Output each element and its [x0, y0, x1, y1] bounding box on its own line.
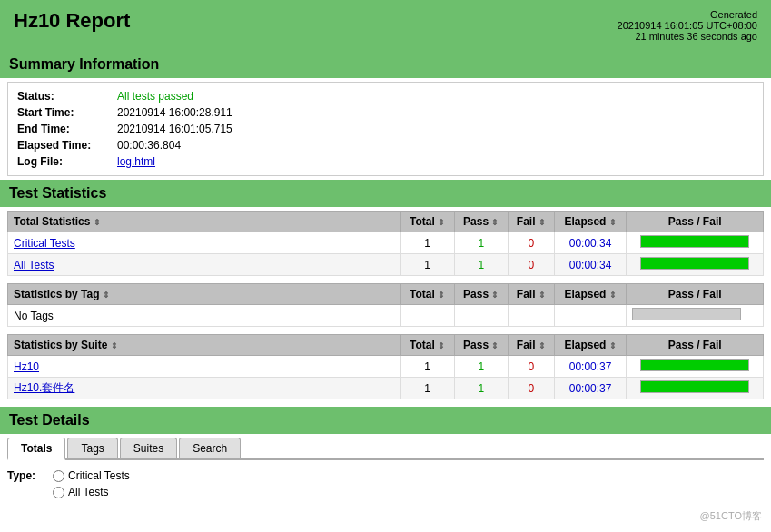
- summary-label-end: End Time:: [17, 123, 117, 135]
- total-stats-table: Total Statistics ⇕ Total ⇕ Pass ⇕ Fail ⇕…: [7, 211, 764, 276]
- col-total[interactable]: Total ⇕: [400, 212, 454, 232]
- summary-label-status: Status:: [17, 90, 117, 103]
- tab-search[interactable]: Search: [179, 438, 241, 458]
- by-suite-header-row: Statistics by Suite ⇕ Total ⇕ Pass ⇕ Fai…: [8, 335, 764, 356]
- radio-critical-tests[interactable]: Critical Tests: [53, 469, 130, 482]
- col-suite-total[interactable]: Total ⇕: [400, 335, 454, 356]
- by-suite-stats-table: Statistics by Suite ⇕ Total ⇕ Pass ⇕ Fai…: [7, 334, 764, 399]
- table-row: Critical Tests 1 1 0 00:00:34: [8, 232, 764, 254]
- tab-totals[interactable]: Totals: [7, 438, 65, 460]
- col-tag-total[interactable]: Total ⇕: [400, 284, 454, 305]
- by-tag-stats-table: Statistics by Tag ⇕ Total ⇕ Pass ⇕ Fail …: [7, 283, 764, 327]
- no-tags-total: [400, 305, 454, 327]
- all-total: 1: [400, 254, 454, 276]
- total-stats-header-row: Total Statistics ⇕ Total ⇕ Pass ⇕ Fail ⇕…: [8, 212, 764, 232]
- hz10-sub-bar-cell: [627, 378, 764, 399]
- table-row: Hz10 1 1 0 00:00:37: [8, 356, 764, 378]
- radio-critical-label: Critical Tests: [68, 469, 130, 482]
- summary-row-log: Log File: log.html: [17, 153, 754, 170]
- hz10-fail: 0: [508, 356, 554, 378]
- no-tags-fail: [508, 305, 554, 327]
- sort-arrow-suite-pass: ⇕: [491, 341, 499, 350]
- summary-value-status: All tests passed: [117, 90, 193, 103]
- critical-bar-cell: [627, 232, 764, 254]
- summary-value-end: 20210914 16:01:05.715: [117, 123, 232, 135]
- critical-pass-fill: [641, 236, 748, 247]
- test-details-content: Type: Critical Tests All Tests: [7, 466, 764, 502]
- hz10-elapsed: 00:00:37: [554, 356, 627, 378]
- hz10-sub-pass: 1: [454, 378, 508, 399]
- hz10-sub-pass-fail-bar: [640, 380, 749, 393]
- sort-arrow-tag-pass: ⇕: [491, 291, 499, 300]
- hz10-sub-total: 1: [400, 378, 454, 399]
- radio-all-input[interactable]: [53, 487, 64, 498]
- hz10-total: 1: [400, 356, 454, 378]
- col-by-tag[interactable]: Statistics by Tag ⇕: [8, 284, 401, 305]
- hz10-sub-fail: 0: [508, 378, 554, 399]
- by-tag-header-row: Statistics by Tag ⇕ Total ⇕ Pass ⇕ Fail …: [8, 284, 764, 305]
- type-label: Type:: [7, 469, 53, 482]
- col-tag-fail[interactable]: Fail ⇕: [508, 284, 554, 305]
- summary-section-title: Summary Information: [0, 51, 771, 78]
- tab-suites[interactable]: Suites: [120, 438, 177, 458]
- col-fail[interactable]: Fail ⇕: [508, 212, 554, 232]
- col-by-suite[interactable]: Statistics by Suite ⇕: [8, 335, 401, 356]
- no-tags-label: No Tags: [8, 305, 401, 327]
- all-bar-cell: [627, 254, 764, 276]
- hz10-pass-fail-bar: [640, 359, 749, 371]
- hz10-suite-link[interactable]: Hz10: [8, 356, 401, 378]
- table-row: No Tags: [8, 305, 764, 327]
- by-tag-stats-section: Statistics by Tag ⇕ Total ⇕ Pass ⇕ Fail …: [7, 283, 764, 327]
- hz10-sub-pass-fill: [641, 381, 748, 392]
- sort-arrow-suite-elapsed: ⇕: [609, 341, 617, 350]
- table-row: All Tests 1 1 0 00:00:34: [8, 254, 764, 276]
- tab-tags[interactable]: Tags: [67, 438, 117, 458]
- hz10-pass-fill: [641, 360, 748, 370]
- summary-row-status: Status: All tests passed: [17, 88, 754, 104]
- hz10-sub-suite-link[interactable]: Hz10.套件名: [8, 378, 401, 399]
- table-row: Hz10.套件名 1 1 0 00:00:37: [8, 378, 764, 399]
- sort-arrow-fail: ⇕: [539, 218, 546, 227]
- summary-value-log[interactable]: log.html: [117, 155, 155, 168]
- type-row: Type: Critical Tests All Tests: [7, 466, 764, 502]
- col-elapsed[interactable]: Elapsed ⇕: [554, 212, 627, 232]
- hz10-pass: 1: [454, 356, 508, 378]
- generated-ago: 21 minutes 36 seconds ago: [618, 31, 757, 42]
- summary-value-start: 20210914 16:00:28.911: [117, 106, 232, 119]
- sort-arrow-total-stats: ⇕: [94, 218, 101, 227]
- col-suite-fail[interactable]: Fail ⇕: [508, 335, 554, 356]
- radio-all-tests[interactable]: All Tests: [53, 486, 130, 498]
- summary-label-elapsed: Elapsed Time:: [17, 139, 117, 152]
- critical-elapsed: 00:00:34: [554, 232, 627, 254]
- all-elapsed: 00:00:34: [554, 254, 627, 276]
- sort-arrow-suite-fail: ⇕: [539, 341, 546, 350]
- sort-arrow-tag-elapsed: ⇕: [609, 291, 617, 300]
- col-suite-elapsed[interactable]: Elapsed ⇕: [554, 335, 627, 356]
- col-suite-pass-fail: Pass / Fail: [627, 335, 764, 356]
- radio-critical-input[interactable]: [53, 470, 64, 482]
- summary-value-elapsed: 00:00:36.804: [117, 139, 181, 152]
- test-details-tabs: Totals Tags Suites Search: [7, 434, 764, 460]
- sort-arrow-total: ⇕: [438, 218, 445, 227]
- generated-datetime: 20210914 16:01:05 UTC+08:00: [618, 20, 757, 31]
- col-total-stats[interactable]: Total Statistics ⇕: [8, 212, 401, 232]
- col-pass[interactable]: Pass ⇕: [454, 212, 508, 232]
- col-tag-pass-fail: Pass / Fail: [627, 284, 764, 305]
- critical-tests-link[interactable]: Critical Tests: [8, 232, 401, 254]
- all-fail: 0: [508, 254, 554, 276]
- col-suite-pass[interactable]: Pass ⇕: [454, 335, 508, 356]
- total-stats-section: Total Statistics ⇕ Total ⇕ Pass ⇕ Fail ⇕…: [7, 211, 764, 276]
- critical-fail: 0: [508, 232, 554, 254]
- critical-total: 1: [400, 232, 454, 254]
- col-tag-pass[interactable]: Pass ⇕: [454, 284, 508, 305]
- generated-info: Generated 20210914 16:01:05 UTC+08:00 21…: [618, 9, 757, 42]
- sort-arrow-suite-total: ⇕: [438, 341, 445, 350]
- sort-arrow-pass: ⇕: [491, 218, 499, 227]
- all-tests-link[interactable]: All Tests: [8, 254, 401, 276]
- page-header: Hz10 Report Generated 20210914 16:01:05 …: [0, 0, 771, 51]
- sort-arrow-by-suite: ⇕: [111, 341, 118, 350]
- test-statistics-title: Test Statistics: [0, 180, 771, 207]
- no-tags-bar-cell: [627, 305, 764, 327]
- col-tag-elapsed[interactable]: Elapsed ⇕: [554, 284, 627, 305]
- hz10-sub-elapsed: 00:00:37: [554, 378, 627, 399]
